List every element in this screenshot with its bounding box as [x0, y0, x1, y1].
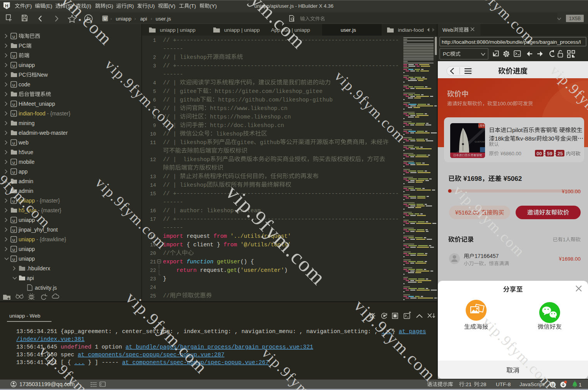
svg-text:1: 1	[153, 38, 156, 43]
svg-text:indian-food: indian-food	[19, 110, 45, 117]
svg-text:uniapp - Web: uniapp - Web	[9, 313, 40, 319]
svg-text:U: U	[12, 170, 15, 174]
svg-text:activity.js: activity.js	[35, 285, 57, 291]
svg-text:1: 1	[579, 382, 582, 388]
svg-text://: //	[163, 250, 170, 256]
svg-text:------: ------	[163, 46, 183, 52]
svg-text:U: U	[12, 64, 15, 68]
svg-text:h5vue: h5vue	[19, 149, 33, 155]
svg-text:https://gitee.com/likeshop_git: https://gitee.com/likeshop_gitee	[215, 88, 322, 94]
svg-text:H: H	[5, 3, 8, 8]
svg-text:at bundle/pages/bargain_proces: at bundle/pages/bargain_process/bargain_…	[125, 344, 313, 350]
svg-text:from: from	[214, 233, 227, 239]
svg-text:1X5B: 1X5B	[569, 16, 581, 21]
svg-text:uinapp: uinapp	[19, 62, 35, 68]
svg-text:13: 13	[150, 174, 156, 180]
svg-text:...: ...	[74, 359, 84, 366]
svg-text:(: (	[237, 267, 240, 273]
svg-text:request.: request.	[197, 267, 227, 273]
svg-text:https://github.com/likeshop-gi: https://github.com/likeshop-github	[218, 97, 333, 103]
svg-text:// +--------------------------: // +------------------------------------…	[163, 191, 399, 197]
svg-text://: //	[163, 293, 170, 299]
svg-text:} ] -----: } ] -----	[84, 359, 122, 366]
svg-text:// |: // |	[163, 80, 180, 86]
svg-text:9: 9	[153, 123, 156, 129]
svg-text:likeshop: likeshop	[216, 131, 243, 137]
svg-text:(U): (U)	[147, 3, 155, 9]
svg-text:- {master}: - {master}	[45, 110, 70, 117]
svg-text:U: U	[12, 141, 15, 145]
svg-text:U: U	[12, 228, 15, 232]
svg-text:PC: PC	[19, 72, 26, 78]
svg-text:// | likeshop: // | likeshop	[163, 156, 210, 163]
svg-text:uniapp: uniapp	[116, 16, 132, 22]
svg-text::21: :21	[465, 381, 472, 387]
svg-text:mobile: mobile	[19, 159, 34, 165]
svg-text:(G): (G)	[106, 3, 113, 9]
svg-text:10: 10	[150, 131, 156, 137]
svg-text:(T): (T)	[189, 3, 196, 9]
svg-text:uniapp: uniapp	[19, 256, 35, 262]
svg-text:PC: PC	[19, 43, 26, 49]
svg-text:HiMeet_uniapp: HiMeet_uniapp	[19, 101, 55, 107]
svg-text:at pages: at pages	[399, 328, 426, 335]
svg-text:.hbuilderx: .hbuilderx	[27, 265, 50, 271]
svg-text:(Y): (Y)	[210, 3, 217, 9]
svg-text:uniapp | uniapp: uniapp | uniapp	[160, 27, 195, 33]
svg-text:): )	[284, 267, 288, 273]
svg-text:// | gitee: // | gitee	[163, 88, 197, 94]
svg-text:return: return	[163, 267, 197, 273]
svg-text:/index/index.vue:381: /index/index.vue:381	[16, 336, 84, 342]
svg-text:request: request	[183, 233, 213, 239]
svg-text:25: 25	[150, 293, 156, 299]
svg-text:web: web	[18, 139, 29, 146]
svg-text:app: app	[19, 168, 28, 175]
svg-text:// | likeshop: // | likeshop	[163, 54, 207, 60]
svg-text:(F): (F)	[25, 3, 32, 9]
svg-text:undefined: undefined	[61, 344, 91, 350]
svg-text:U: U	[12, 112, 15, 116]
svg-text:github: github	[260, 139, 280, 146]
svg-text:// +--------------------------: // +------------------------------------…	[163, 63, 399, 69]
svg-text:- {master}: - {master}	[35, 198, 60, 204]
svg-text:gitee: gitee	[237, 139, 254, 146]
svg-text:PC: PC	[443, 51, 450, 57]
svg-text:1 option: 1 option	[91, 344, 125, 350]
svg-text:22: 22	[150, 268, 156, 273]
svg-text:}: }	[163, 276, 166, 282]
svg-text:U: U	[12, 160, 15, 165]
svg-text:// |: // |	[163, 174, 180, 180]
svg-text:U: U	[12, 54, 15, 58]
svg-text:api: api	[27, 275, 34, 281]
svg-text:12: 12	[150, 157, 156, 163]
svg-text:function: function	[187, 259, 214, 265]
svg-text:http://localhost:8080/mobile/b: http://localhost:8080/mobile/bundle/page…	[442, 39, 581, 45]
svg-text:2: 2	[153, 55, 156, 60]
svg-text:admin: admin	[19, 178, 33, 184]
svg-text:code: code	[19, 81, 31, 88]
svg-text:U: U	[12, 247, 15, 252]
svg-text:23: 23	[150, 276, 156, 282]
svg-text:uniapp: uniapp	[19, 236, 35, 242]
svg-text:() {: () {	[240, 259, 254, 265]
svg-text:U: U	[12, 34, 15, 39]
svg-text:16: 16	[150, 208, 156, 214]
svg-text:api: api	[140, 16, 147, 22]
svg-text:24: 24	[150, 285, 156, 290]
svg-text:http://doc.likeshop.cn: http://doc.likeshop.cn	[210, 122, 284, 129]
svg-text:(E): (E)	[45, 3, 52, 9]
svg-text:jinpai_yhyl_front: jinpai_yhyl_front	[18, 227, 58, 233]
svg-text:- {drawkline}: - {drawkline}	[35, 236, 66, 242]
svg-text:// +--------------------------: // +------------------------------------…	[163, 216, 399, 222]
svg-text:// | likeshop: // | likeshop	[163, 182, 207, 188]
svg-text:user.js: user.js	[156, 16, 171, 22]
svg-text:14: 14	[150, 182, 156, 188]
svg-text:export: export	[163, 259, 183, 265]
svg-text:21: 21	[150, 259, 156, 265]
svg-text:get: get	[227, 267, 237, 273]
svg-text:11: 11	[150, 140, 156, 146]
svg-text:------: ------	[163, 225, 183, 231]
svg-text:(R): (R)	[127, 3, 134, 9]
svg-text:4: 4	[153, 80, 156, 86]
svg-text:3: 3	[153, 63, 156, 69]
